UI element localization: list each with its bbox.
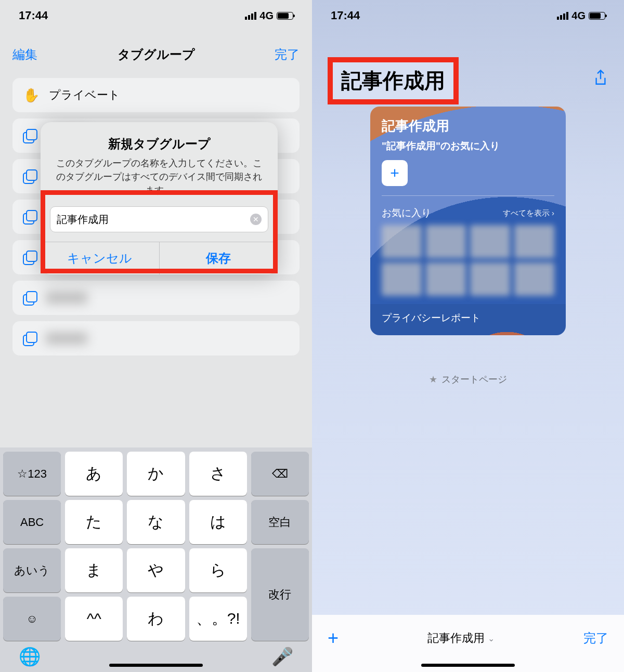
- copy-icon: [23, 291, 36, 305]
- key[interactable]: は: [189, 500, 247, 544]
- list-item[interactable]: [12, 281, 300, 315]
- key-num[interactable]: ☆123: [3, 452, 61, 496]
- done-button[interactable]: 完了: [275, 46, 300, 63]
- key-space[interactable]: 空白: [251, 500, 309, 544]
- redacted-label: [46, 333, 87, 344]
- key[interactable]: か: [127, 452, 185, 496]
- add-favorite-button[interactable]: +: [382, 160, 408, 186]
- favorites-header: お気に入り すべてを表示 ›: [370, 199, 566, 225]
- share-button[interactable]: [593, 69, 608, 93]
- key[interactable]: ら: [189, 548, 247, 592]
- copy-icon: [23, 251, 36, 264]
- globe-icon[interactable]: 🌐: [19, 646, 41, 667]
- phone-right: 17:44 4G 記事作成用 記事作成用 "記事作成用"のお気に入り + お気に…: [312, 0, 624, 672]
- status-bar: 17:44 4G: [0, 0, 312, 31]
- key[interactable]: わ: [127, 597, 185, 641]
- new-tab-group-alert: 新規タブグループ このタブグループの名称を入力してください。このタブグループはす…: [41, 122, 278, 274]
- new-tab-button[interactable]: +: [328, 627, 339, 649]
- alert-input-wrap: ✕: [50, 206, 268, 232]
- share-icon: [593, 69, 608, 88]
- list-item[interactable]: [12, 321, 300, 355]
- group-name-input[interactable]: [57, 214, 250, 226]
- alert-title: 新規タブグループ: [41, 136, 278, 152]
- key[interactable]: 、。?!: [189, 597, 247, 641]
- key-kana[interactable]: あいう: [3, 548, 61, 592]
- status-time: 17:44: [19, 9, 48, 22]
- copy-icon: [23, 332, 36, 345]
- redacted-label: [46, 292, 87, 304]
- copy-icon: [23, 129, 36, 142]
- home-indicator: [109, 664, 203, 667]
- status-right: 4G: [557, 10, 605, 22]
- favorites-label: お気に入り: [382, 206, 431, 220]
- favorite-item[interactable]: [470, 262, 510, 296]
- home-indicator: [421, 664, 515, 667]
- card-sub: "記事作成用"のお気に入り: [370, 139, 566, 160]
- key[interactable]: さ: [189, 452, 247, 496]
- start-page-card[interactable]: 記事作成用 "記事作成用"のお気に入り + お気に入り すべてを表示 › プライ…: [370, 107, 566, 335]
- key[interactable]: や: [127, 548, 185, 592]
- card-caption: ★ スタートページ: [312, 373, 624, 386]
- favorite-item[interactable]: [514, 262, 554, 296]
- key[interactable]: た: [65, 500, 123, 544]
- favorite-item[interactable]: [382, 225, 422, 258]
- key[interactable]: な: [127, 500, 185, 544]
- edit-button[interactable]: 編集: [12, 46, 37, 63]
- highlight-box: 記事作成用: [328, 57, 459, 104]
- group-selector[interactable]: 記事作成用 ⌄: [427, 630, 495, 646]
- page-header: 記事作成用: [312, 57, 624, 104]
- battery-icon: [277, 12, 293, 20]
- key-return[interactable]: 改行: [251, 548, 309, 641]
- status-time: 17:44: [331, 9, 360, 22]
- favorite-item[interactable]: [426, 262, 466, 296]
- hand-icon: ✋: [23, 87, 40, 103]
- favorite-item[interactable]: [470, 225, 510, 258]
- save-button[interactable]: 保存: [159, 242, 278, 274]
- list-item-private[interactable]: ✋ プライベート: [12, 78, 300, 112]
- key[interactable]: ^^: [65, 597, 123, 641]
- done-button[interactable]: 完了: [583, 630, 608, 647]
- key-emoji[interactable]: ☺: [3, 597, 61, 641]
- key-backspace[interactable]: ⌫: [251, 452, 309, 496]
- key[interactable]: あ: [65, 452, 123, 496]
- star-icon: ★: [429, 374, 437, 385]
- favorite-item[interactable]: [426, 225, 466, 258]
- favorites-grid: [370, 225, 566, 304]
- favorite-item[interactable]: [382, 262, 422, 296]
- key[interactable]: ま: [65, 548, 123, 592]
- phone-left: 17:44 4G 編集 タブグループ 完了 ✋ プライベート 新規タブグループ …: [0, 0, 312, 672]
- mic-icon[interactable]: 🎤: [271, 646, 293, 667]
- caption-label: スタートページ: [441, 373, 507, 386]
- copy-icon: [23, 210, 36, 223]
- chevron-down-icon: ⌄: [488, 634, 495, 643]
- private-label: プライベート: [49, 87, 120, 103]
- keyboard: ☆123 あ か さ ⌫ ABC た な は 空白 あいう ま や ら 改行 ☺…: [0, 447, 312, 672]
- card-footer: プライバシーレポート: [370, 304, 566, 335]
- card-heading: 記事作成用: [370, 107, 566, 139]
- nav-title: タブグループ: [118, 46, 195, 63]
- key-abc[interactable]: ABC: [3, 500, 61, 544]
- battery-icon: [589, 12, 605, 20]
- page-title: 記事作成用: [341, 67, 445, 95]
- clear-icon[interactable]: ✕: [250, 214, 262, 225]
- nav-bar: 編集 タブグループ 完了: [0, 36, 312, 73]
- signal-icon: [245, 12, 256, 20]
- network-label: 4G: [259, 10, 274, 22]
- show-all-link[interactable]: すべてを表示 ›: [503, 208, 554, 218]
- cancel-button[interactable]: キャンセル: [41, 242, 159, 274]
- signal-icon: [557, 12, 568, 20]
- copy-icon: [23, 169, 36, 183]
- group-name-label: 記事作成用: [427, 630, 485, 646]
- divider: [382, 195, 554, 196]
- alert-message: このタブグループの名称を入力してください。このタブグループはすべてのデバイス間で…: [41, 156, 278, 197]
- status-bar: 17:44 4G: [312, 0, 624, 31]
- status-right: 4G: [245, 10, 293, 22]
- network-label: 4G: [571, 10, 586, 22]
- favorite-item[interactable]: [514, 225, 554, 258]
